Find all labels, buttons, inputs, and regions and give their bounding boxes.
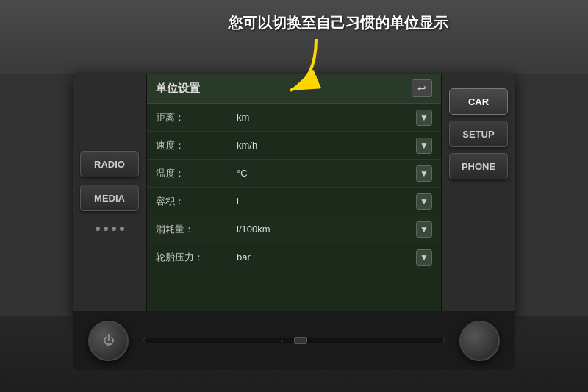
infotainment-unit: RADIO MEDIA 单位设置 ↩ 距离： km ▼ 速度：	[74, 74, 514, 316]
speed-dropdown[interactable]: ▼	[416, 138, 432, 154]
temperature-dropdown[interactable]: ▼	[416, 165, 432, 182]
main-screen: 单位设置 ↩ 距离： km ▼ 速度： km/h ▼ 温度： °C ▼ 容积：	[147, 74, 441, 316]
settings-row-temperature: 温度： °C ▼	[147, 160, 441, 188]
left-button-panel: RADIO MEDIA	[74, 74, 147, 316]
dot-3	[112, 227, 116, 231]
back-button[interactable]: ↩	[412, 79, 432, 97]
bottom-controls: ⏻	[74, 311, 514, 370]
volume-label: 容积：	[156, 195, 222, 208]
screen-title: 单位设置	[156, 82, 200, 96]
volume-dropdown[interactable]: ▼	[416, 193, 432, 210]
distance-label: 距离：	[156, 111, 222, 124]
setup-button[interactable]: SETUP	[449, 121, 508, 147]
settings-row-tire: 轮胎压力： bar ▼	[147, 243, 441, 271]
arrow-icon	[279, 35, 331, 104]
distance-value: km	[222, 112, 416, 123]
right-button-panel: CAR SETUP PHONE	[441, 74, 514, 316]
speed-value: km/h	[222, 140, 416, 151]
usb-port[interactable]	[294, 337, 307, 344]
dashboard: 您可以切换至自己习惯的单位显示 RADIO MEDIA	[0, 0, 588, 392]
volume-knob[interactable]	[459, 321, 500, 361]
power-icon: ⏻	[103, 334, 115, 347]
power-knob[interactable]: ⏻	[88, 321, 129, 361]
cd-indicator	[281, 340, 283, 342]
car-button[interactable]: CAR	[449, 88, 508, 115]
settings-row-consumption: 消耗量： l/100km ▼	[147, 215, 441, 243]
volume-value: l	[222, 196, 416, 207]
dot-4	[120, 227, 124, 231]
tire-value: bar	[222, 252, 416, 263]
dashboard-left	[0, 74, 74, 316]
dot-1	[96, 227, 100, 231]
settings-row-speed: 速度： km/h ▼	[147, 132, 441, 160]
consumption-label: 消耗量：	[156, 223, 222, 236]
cd-slot	[143, 338, 445, 343]
tire-label: 轮胎压力：	[156, 251, 222, 264]
dots-button[interactable]	[80, 218, 139, 239]
settings-row-distance: 距离： km ▼	[147, 104, 441, 132]
radio-button[interactable]: RADIO	[80, 151, 139, 177]
consumption-value: l/100km	[222, 224, 416, 235]
annotation-text: 您可以切换至自己习惯的单位显示	[228, 13, 448, 33]
media-button[interactable]: MEDIA	[80, 185, 139, 211]
distance-dropdown[interactable]: ▼	[416, 110, 432, 126]
dot-2	[104, 227, 108, 231]
settings-row-volume: 容积： l ▼	[147, 188, 441, 215]
dashboard-right	[514, 74, 588, 316]
speed-label: 速度：	[156, 139, 222, 152]
temperature-label: 温度：	[156, 167, 222, 180]
temperature-value: °C	[222, 168, 416, 179]
tire-dropdown[interactable]: ▼	[416, 249, 432, 266]
phone-button[interactable]: PHONE	[449, 153, 508, 179]
consumption-dropdown[interactable]: ▼	[416, 221, 432, 238]
